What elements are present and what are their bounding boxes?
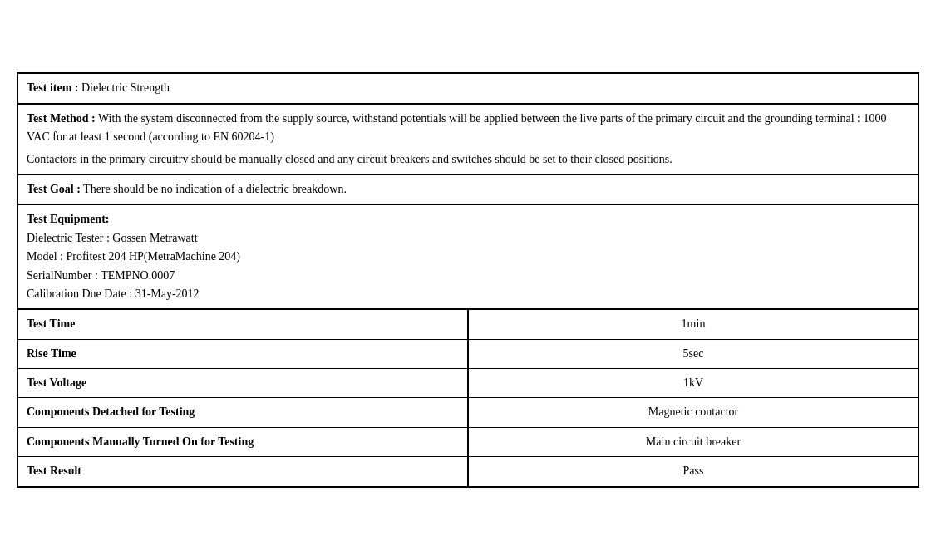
test-equipment-label: Test Equipment:	[27, 210, 909, 228]
test-goal-row: Test Goal : There should be no indicatio…	[17, 174, 919, 204]
test-equipment-cell: Test Equipment: Dielectric Tester : Goss…	[17, 204, 919, 309]
components-detached-value: Magnetic contactor	[468, 398, 919, 427]
test-voltage-row: Test Voltage 1kV	[17, 369, 919, 398]
components-detached-label: Components Detached for Testing	[17, 398, 468, 427]
test-time-value: 1min	[468, 309, 919, 339]
test-item-row: Test item : Dielectric Strength	[17, 73, 919, 103]
components-manual-row: Components Manually Turned On for Testin…	[17, 427, 919, 456]
rise-time-row: Rise Time 5sec	[17, 339, 919, 368]
test-equipment-line3: SerialNumber : TEMPNO.0007	[27, 267, 909, 285]
test-method-row: Test Method : With the system disconnect…	[17, 104, 919, 174]
page-container: Test item : Dielectric Strength Test Met…	[17, 72, 919, 487]
test-item-label: Test item :	[27, 81, 78, 94]
test-method-label: Test Method :	[27, 112, 96, 125]
main-table: Test item : Dielectric Strength Test Met…	[17, 72, 919, 487]
test-equipment-line2: Model : Profitest 204 HP(MetraMachine 20…	[27, 248, 909, 266]
components-manual-value: Main circuit breaker	[468, 427, 919, 456]
test-goal-cell: Test Goal : There should be no indicatio…	[17, 174, 919, 204]
test-result-value: Pass	[468, 457, 919, 487]
components-manual-label: Components Manually Turned On for Testin…	[17, 427, 468, 456]
test-method-line2: Contactors in the primary circuitry shou…	[27, 153, 672, 165]
test-voltage-label: Test Voltage	[17, 369, 468, 398]
test-method-line2-container: Contactors in the primary circuitry shou…	[27, 150, 909, 169]
test-method-content: Test Method : With the system disconnect…	[27, 110, 909, 147]
test-result-row: Test Result Pass	[17, 457, 919, 487]
test-voltage-value: 1kV	[468, 369, 919, 398]
components-detached-row: Components Detached for Testing Magnetic…	[17, 398, 919, 427]
test-result-label: Test Result	[17, 457, 468, 487]
test-method-cell: Test Method : With the system disconnect…	[17, 104, 919, 174]
test-item-cell: Test item : Dielectric Strength	[17, 73, 919, 103]
test-goal-label: Test Goal :	[27, 183, 81, 195]
rise-time-value: 5sec	[468, 339, 919, 368]
test-equipment-row: Test Equipment: Dielectric Tester : Goss…	[17, 204, 919, 309]
test-equipment-line1: Dielectric Tester : Gossen Metrawatt	[27, 229, 909, 248]
rise-time-label: Rise Time	[17, 339, 468, 368]
test-time-label: Test Time	[17, 309, 468, 339]
test-method-line1: With the system disconnected from the su…	[27, 112, 886, 143]
test-item-value: Dielectric Strength	[81, 81, 170, 94]
test-time-row: Test Time 1min	[17, 309, 919, 339]
test-equipment-line4: Calibration Due Date : 31-May-2012	[27, 285, 909, 303]
test-goal-content: There should be no indication of a diele…	[83, 183, 347, 195]
